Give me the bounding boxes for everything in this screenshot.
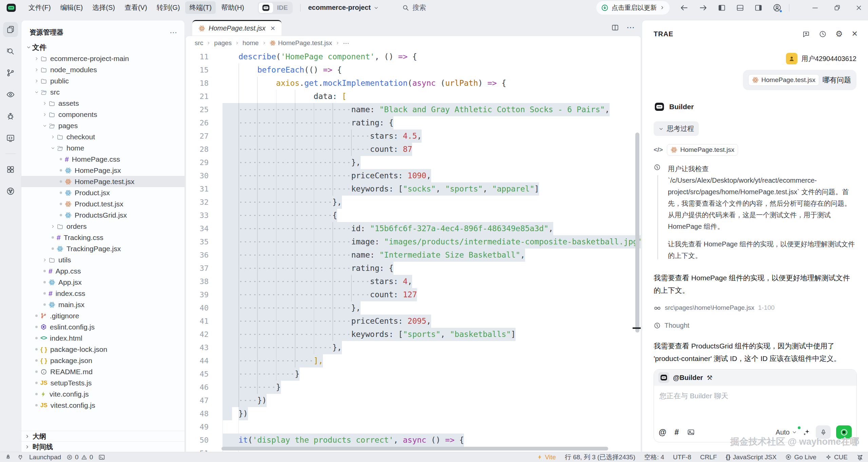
activity-source-control-icon[interactable] [3, 65, 18, 80]
terminal-icon[interactable] [98, 454, 105, 461]
tree-folder-public[interactable]: public [21, 75, 185, 86]
code-line-26[interactable]: 26rating: { [186, 116, 641, 129]
agent-name[interactable]: @Builder [673, 374, 703, 382]
code-line-48[interactable]: 48}) [186, 407, 641, 420]
code-line-28[interactable]: 28count: 87 [186, 143, 641, 156]
code-line-31[interactable]: 31keywords: ["socks", "sports", "apparel… [186, 182, 641, 196]
vertical-scrollbar[interactable] [635, 133, 639, 333]
project-selector[interactable]: ecommerce-project [308, 4, 379, 12]
tree-file-Product.jsx[interactable]: Product.jsx [21, 187, 185, 198]
close-panel-icon[interactable]: ✕ [852, 29, 858, 38]
tab-homepage-test[interactable]: HomePage.test.jsx ✕ [192, 20, 282, 36]
toggle-secondary-sidebar-icon[interactable] [754, 4, 763, 12]
code-line-15[interactable]: 15beforeEach(() => { [186, 63, 641, 77]
tree-file-HomePage.css[interactable]: #HomePage.css [21, 154, 185, 165]
tree-folder-home[interactable]: home [21, 142, 185, 154]
tree-file-vite.config.js[interactable]: vite.config.js [21, 388, 185, 400]
tree-file-.gitignore[interactable]: .gitignore [21, 310, 185, 321]
tree-folder-node_modules[interactable]: node_modules [21, 64, 185, 75]
tree-file-package-lock.json[interactable]: { }package-lock.json [21, 344, 185, 355]
breadcrumb-item[interactable]: pages [214, 39, 232, 47]
menu-item-3[interactable]: 查看(V) [120, 1, 151, 14]
cursor-position-item[interactable]: 行 68, 列 3 (已选择2435) [565, 453, 635, 462]
breadcrumb-item[interactable]: src [195, 39, 203, 47]
toggle-sidebar-icon[interactable] [718, 4, 726, 12]
code-line-37[interactable]: 37rating: { [186, 262, 641, 275]
code-line-18[interactable]: 18axios.get.mockImplementation(async (ur… [186, 77, 641, 90]
menu-item-4[interactable]: 转到(G) [153, 1, 184, 14]
tree-folder-orders[interactable]: orders [21, 221, 185, 232]
nav-back-button[interactable] [680, 3, 689, 12]
language-item[interactable]: {} JavaScript JSX [726, 454, 777, 461]
tree-folder-ecommerce-project-main[interactable]: ecommerce-project-main [21, 53, 185, 64]
tree-file-TrackingPage.jsx[interactable]: TrackingPage.jsx [21, 243, 185, 254]
window-close-button[interactable] [855, 4, 863, 12]
code-line-34[interactable]: 34id: "15b6fc6f-327a-4ec4-896f-486349e85… [186, 222, 641, 235]
menu-item-2[interactable]: 选择(S) [88, 1, 119, 14]
chat-scroll-area[interactable]: 用户42904403612 HomePage.test.jsx 哪有问题 Bui… [642, 44, 868, 370]
tree-folder-utils[interactable]: utils [21, 254, 185, 265]
code-line-29[interactable]: 29}, [186, 156, 641, 169]
breadcrumb-item[interactable]: HomePage.test.jsx [270, 39, 332, 47]
code-line-33[interactable]: 33{ [186, 209, 641, 222]
activity-remote-icon[interactable] [3, 184, 18, 199]
chat-input-box[interactable]: @Builder ⚒ 您正在与 Builder 聊天 @ # Auto [654, 369, 857, 442]
code-line-27[interactable]: 27stars: 4.5, [186, 129, 641, 143]
encoding-item[interactable]: UTF-8 [673, 454, 691, 461]
mention-icon[interactable]: @ [659, 428, 666, 437]
new-chat-icon[interactable] [802, 30, 810, 38]
notifications-off-icon[interactable] [856, 454, 863, 461]
toggle-panel-icon[interactable] [736, 4, 744, 12]
global-search-button[interactable]: 搜索 [402, 3, 426, 12]
code-line-46[interactable]: 46} [186, 381, 641, 394]
activity-search-icon[interactable] [3, 44, 18, 59]
code-line-38[interactable]: 38stars: 4, [186, 275, 641, 288]
code-line-11[interactable]: 11describe('HomePage component', () => { [186, 50, 641, 63]
tree-folder-src[interactable]: src [21, 86, 185, 98]
hashtag-icon[interactable]: # [674, 428, 679, 437]
go-live-item[interactable]: Go Live [785, 454, 816, 461]
menu-item-1[interactable]: 编辑(E) [56, 1, 87, 14]
tree-file-App.jsx[interactable]: App.jsx [21, 277, 185, 288]
sparkle-icon[interactable] [803, 428, 810, 436]
code-line-21[interactable]: 21data: [ [186, 90, 641, 103]
tree-folder-pages[interactable]: pages [21, 120, 185, 131]
tree-file-README.md[interactable]: README.md [21, 366, 185, 377]
thinking-process-toggle[interactable]: 思考过程 [654, 121, 699, 136]
code-area[interactable]: 11describe('HomePage component', () => {… [186, 50, 641, 452]
horizontal-scrollbar[interactable] [221, 447, 608, 450]
editor-more-icon[interactable]: ⋯ [626, 23, 635, 32]
context-file-chip[interactable]: HomePage.test.jsx [667, 144, 738, 156]
activity-extensions-icon[interactable] [3, 162, 18, 177]
tree-file-vitest.config.js[interactable]: JSvitest.config.js [21, 400, 185, 411]
cue-item[interactable]: CUE [825, 454, 848, 461]
tree-file-App.css[interactable]: #App.css [21, 265, 185, 277]
ide-toggle[interactable]: IDE [258, 2, 293, 14]
attach-image-icon[interactable] [687, 428, 695, 436]
indent-item[interactable]: 空格: 4 [644, 453, 664, 462]
account-button[interactable] [773, 3, 782, 12]
breadcrumb[interactable]: srcpageshomeHomePage.test.jsx⋯ [186, 36, 641, 50]
model-mode-selector[interactable]: Auto [776, 428, 797, 436]
tree-folder-components[interactable]: components [21, 109, 185, 120]
tree-section-文件[interactable]: 文件 [21, 42, 185, 53]
code-line-39[interactable]: 39count: 127 [186, 288, 641, 301]
chat-input-field[interactable]: 您正在与 Builder 聊天 [654, 386, 856, 422]
tree-file-index.html[interactable]: <>index.html [21, 333, 185, 344]
restart-update-button[interactable]: 点击重启以更新 [596, 1, 670, 15]
code-line-43[interactable]: 43}, [186, 341, 641, 354]
code-line-50[interactable]: 50it('display the products correct', asy… [186, 434, 641, 447]
code-line-35[interactable]: 35image: "images/products/intermediate-c… [186, 235, 641, 248]
timeline-section[interactable]: 时间线 [21, 441, 185, 452]
file-reference[interactable]: src\pages\home\HomePage.jsx1-100 [654, 304, 856, 312]
settings-gear-icon[interactable]: ⚙ [835, 29, 843, 39]
tree-file-Tracking.css[interactable]: #Tracking.css [21, 232, 185, 243]
tree-file-package.json[interactable]: { }package.json [21, 355, 185, 366]
split-editor-icon[interactable] [611, 24, 619, 32]
activity-code-window-icon[interactable] [3, 130, 18, 145]
nav-forward-button[interactable] [699, 3, 708, 12]
tree-file-index.css[interactable]: #index.css [21, 288, 185, 299]
activity-debug-icon[interactable] [3, 109, 18, 124]
eol-item[interactable]: CRLF [700, 454, 717, 461]
code-line-25[interactable]: 25name: "Black and Gray Athletic Cotton … [186, 103, 641, 116]
